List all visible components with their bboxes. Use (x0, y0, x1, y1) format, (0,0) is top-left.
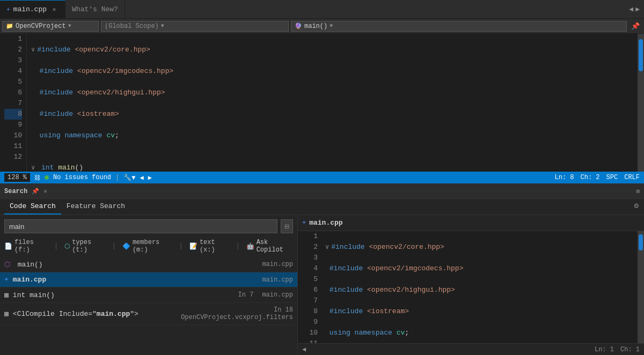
result-main-func-left: ⬡ main() (4, 260, 43, 269)
result-clcompile-left: ▦ <ClCompile Include="main.cpp"> (4, 309, 138, 318)
project-dropdown-icon: ▼ (68, 23, 71, 29)
issues-text: No issues found (53, 174, 111, 181)
result-main-func[interactable]: ⬡ main() main.cpp (0, 257, 297, 272)
search-panel-header: Search 📌 ✕ ⊞ (0, 184, 644, 199)
preview-line-numbers: 1 2 3 4 5 6 7 8 9 10 11 12 13 (298, 231, 322, 343)
tab-label: main.cpp (13, 5, 47, 13)
search-panel-title: Search (4, 188, 27, 195)
line-numbers: 1 2 3 4 5 6 7 8 9 10 11 12 (0, 34, 27, 172)
status-right: Ln: 8 Ch: 2 SPC CRLF (555, 174, 640, 181)
ask-copilot-btn[interactable]: 🤖 Ask Copilot (246, 239, 293, 254)
preview-code-content: ∨#include <opencv2/core.hpp> #include <o… (322, 231, 638, 343)
eol-indicator: CRLF (624, 174, 640, 181)
result-main-func-name: main() (18, 261, 43, 269)
editor-scrollbar-thumb[interactable] (639, 39, 643, 71)
tab-main-cpp[interactable]: + main.cpp ✕ (0, 0, 65, 18)
nav-left-icon[interactable]: ◀ (140, 174, 143, 182)
filter-files[interactable]: 📄 files (f:) (4, 239, 48, 254)
filter-text[interactable]: 📝 text (x:) (189, 239, 230, 254)
scroll-left-icon[interactable]: ◀ (629, 5, 633, 13)
result-int-main-right: In 7 main.cpp (238, 291, 293, 299)
copilot-label: Ask Copilot (257, 239, 293, 254)
status-left: 128 % ⛓ No issues found | 🔧▼ ◀ ▶ (4, 173, 152, 182)
code-content[interactable]: ∨#include <opencv2/core.hpp> #include <o… (27, 34, 638, 172)
code-editor: 1 2 3 4 5 6 7 8 9 10 11 12 ∨#include <op… (0, 34, 644, 172)
search-input-row: ⊟ (0, 215, 297, 238)
scope-selector[interactable]: (Global Scope) ▼ (101, 21, 289, 32)
result-int-main[interactable]: ▦ int main() In 7 main.cpp (0, 287, 297, 303)
members-icon: 🔷 (122, 242, 130, 250)
tab-feature-search[interactable]: Feature Search (61, 201, 130, 215)
result-clcompile-right: In 18 OpenCVProject.vcxproj.filters (181, 306, 293, 321)
ln-indicator: Ln: 8 (555, 174, 574, 181)
editor-scrollbar[interactable] (638, 34, 644, 172)
tabs-container: + main.cpp ✕ What's New? (0, 0, 125, 18)
preview-scrollbar[interactable] (638, 231, 644, 343)
function-selector[interactable]: 🔮 main() ▼ (291, 21, 627, 32)
preview-status-bar: ◀ Ln: 1 Ch: 1 (298, 343, 644, 355)
toolbar: 📁 OpenCVProject ▼ (Global Scope) ▼ 🔮 mai… (0, 19, 644, 34)
result-main-cpp-file[interactable]: + main.cpp main.cpp (0, 272, 297, 287)
result-int-main-line: In 7 (238, 291, 254, 299)
search-filter-row: 📄 files (f:) | ⬡ types (t:) | 🔷 members … (0, 238, 297, 257)
files-icon: 📄 (4, 242, 12, 250)
code-area[interactable]: 1 2 3 4 5 6 7 8 9 10 11 12 ∨#include <op… (0, 34, 644, 172)
tab-icon: + (6, 6, 10, 13)
scroll-right-icon[interactable]: ▶ (635, 5, 640, 13)
tab-whats-new[interactable]: What's New? (65, 0, 125, 18)
status-bar: 128 % ⛓ No issues found | 🔧▼ ◀ ▶ Ln: 8 C… (0, 172, 644, 183)
func-icon: 🔮 (295, 23, 302, 29)
toolbar-pin-icon[interactable]: 📌 (629, 22, 642, 31)
members-label: members (m:) (133, 239, 173, 254)
search-right-panel: + main.cpp 1 2 3 4 5 6 7 8 9 10 11 12 1 (298, 215, 644, 355)
search-settings-icon[interactable]: ⚙ (634, 201, 639, 215)
search-panel-settings-icon[interactable]: ⊞ (636, 188, 640, 195)
project-label: OpenCVProject (16, 23, 66, 30)
tab-bar: + main.cpp ✕ What's New? ◀ ▶ (0, 0, 644, 19)
result-icon-member: ▦ (4, 291, 9, 299)
status-dot (45, 175, 49, 180)
tab-scroll: ◀ ▶ (625, 5, 644, 13)
result-clcompile-file: OpenCVProject.vcxproj.filters (181, 314, 293, 321)
zoom-level: 128 % (4, 173, 30, 182)
tab-close-main-cpp[interactable]: ✕ (50, 5, 58, 14)
search-options-btn[interactable]: ⊟ (281, 219, 293, 233)
result-clcompile[interactable]: ▦ <ClCompile Include="main.cpp"> In 18 O… (0, 303, 297, 325)
filter-members[interactable]: 🔷 members (m:) (122, 239, 173, 254)
preview-file-icon: + (302, 219, 306, 227)
nav-right-icon[interactable]: ▶ (148, 174, 152, 182)
preview-scroll-left[interactable]: ◀ (302, 345, 306, 353)
search-input[interactable] (4, 219, 277, 233)
result-int-main-left: ▦ int main() (4, 291, 55, 299)
result-main-cpp-subfile: main.cpp (262, 276, 293, 284)
types-label: types (t:) (72, 239, 106, 254)
search-right-header: + main.cpp (298, 215, 644, 231)
project-icon: 📁 (6, 23, 13, 29)
preview-code-area[interactable]: 1 2 3 4 5 6 7 8 9 10 11 12 13 ∨#include … (298, 231, 644, 343)
func-label: main() (304, 23, 327, 30)
filter-types[interactable]: ⬡ types (t:) (64, 239, 106, 254)
tools-icon[interactable]: 🔧▼ (123, 174, 135, 182)
result-icon-func: ⬡ (4, 261, 10, 269)
project-selector[interactable]: 📁 OpenCVProject ▼ (2, 21, 99, 32)
indent-indicator: SPC (606, 174, 618, 181)
search-tabs: Code Search Feature Search ⚙ (0, 199, 644, 215)
tab-code-search[interactable]: Code Search (4, 201, 61, 215)
search-panel-body: ⊟ 📄 files (f:) | ⬡ types (t:) | 🔷 member… (0, 215, 644, 355)
scope-label: (Global Scope) (105, 23, 159, 30)
text-label: text (x:) (200, 239, 230, 254)
result-clcompile-name: <ClCompile Include="main.cpp"> (13, 310, 138, 318)
status-sep: | (115, 174, 119, 181)
text-icon: 📝 (189, 242, 197, 250)
ch-indicator: Ch: 2 (581, 174, 600, 181)
git-icon: ⛓ (34, 174, 40, 181)
search-panel-pin-icon[interactable]: 📌 (32, 188, 39, 195)
search-results: ⬡ main() main.cpp + main.cpp main.cpp (0, 257, 297, 355)
copilot-icon: 🤖 (246, 242, 254, 250)
preview-status-right: Ln: 1 Ch: 1 (595, 346, 640, 353)
types-icon: ⬡ (64, 242, 70, 250)
preview-scrollbar-thumb[interactable] (639, 234, 643, 250)
result-icon-file: + (4, 276, 9, 284)
scope-dropdown-icon: ▼ (161, 23, 164, 29)
search-panel-close-icon[interactable]: ✕ (43, 188, 47, 195)
